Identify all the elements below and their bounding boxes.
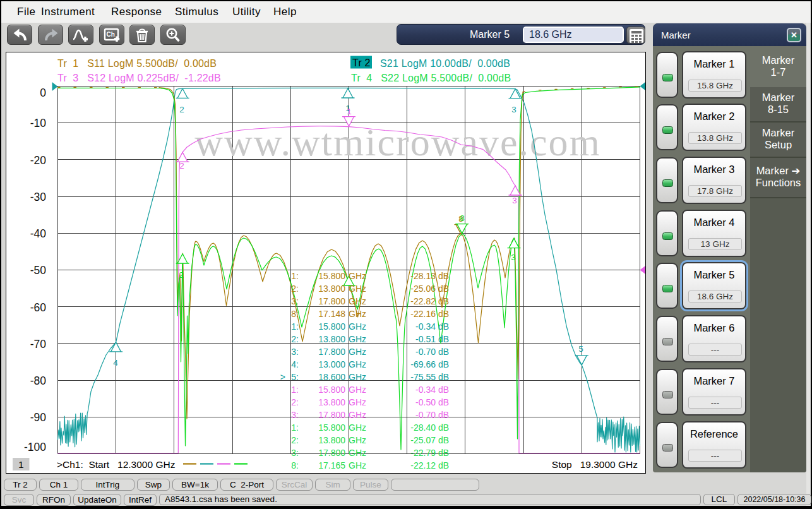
svg-text:Ch: Ch	[107, 31, 115, 38]
